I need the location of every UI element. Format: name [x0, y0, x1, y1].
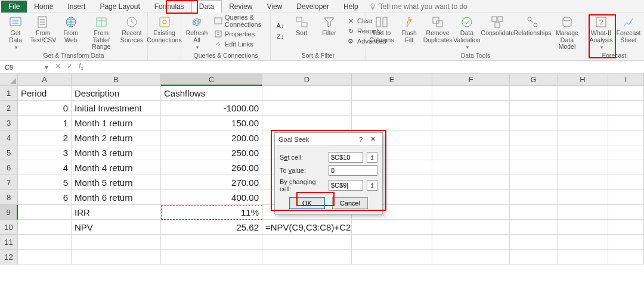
- cell-D12[interactable]: [262, 250, 352, 265]
- cell-H3[interactable]: [558, 116, 608, 130]
- data-validation-button[interactable]: Data Validation: [454, 14, 479, 51]
- cell-H1[interactable]: [558, 86, 608, 101]
- accept-formula-icon[interactable]: ✓: [67, 62, 73, 71]
- consolidate-button[interactable]: Consolidate: [483, 14, 513, 38]
- manage-data-model-button[interactable]: Manage Data Model: [553, 14, 581, 52]
- cell-D11[interactable]: [262, 235, 352, 250]
- cell-C11[interactable]: [161, 235, 262, 250]
- cell-B8[interactable]: Month 6 return: [72, 190, 161, 205]
- tab-pagelayout[interactable]: Page Layout: [92, 1, 147, 13]
- cell-I5[interactable]: [608, 145, 644, 160]
- cell-F10[interactable]: [432, 220, 510, 235]
- from-web-button[interactable]: From Web: [59, 14, 83, 45]
- cell-F9[interactable]: [432, 205, 510, 220]
- cell-G8[interactable]: [510, 190, 558, 205]
- sort-button[interactable]: Sort: [290, 14, 314, 38]
- tab-data[interactable]: Data: [191, 0, 222, 13]
- cell-G5[interactable]: [510, 145, 558, 160]
- queries-connections-button[interactable]: Queries & Connections: [212, 13, 267, 29]
- cell-B7[interactable]: Month 5 return: [72, 175, 161, 190]
- row-header-11[interactable]: 11: [0, 235, 18, 250]
- cell-C10[interactable]: 25.62: [161, 220, 262, 235]
- cell-H12[interactable]: [558, 250, 608, 265]
- name-box[interactable]: C9: [2, 62, 43, 73]
- cell-C8[interactable]: 400.00: [161, 190, 262, 205]
- row-header-5[interactable]: 5: [0, 145, 18, 160]
- cell-H9[interactable]: [558, 205, 608, 220]
- row-header-12[interactable]: 12: [0, 250, 18, 265]
- cell-A10[interactable]: [18, 220, 72, 235]
- cell-G11[interactable]: [510, 235, 558, 250]
- cell-B12[interactable]: [72, 250, 161, 265]
- cell-D2[interactable]: [262, 101, 352, 116]
- tab-home[interactable]: Home: [27, 1, 60, 13]
- sort-asc-button[interactable]: A↓: [274, 21, 286, 30]
- cell-G10[interactable]: [510, 220, 558, 235]
- properties-button[interactable]: Properties: [212, 29, 267, 39]
- from-table-button[interactable]: From Table/ Range: [86, 14, 116, 52]
- cell-E10[interactable]: [352, 220, 432, 235]
- cell-I4[interactable]: [608, 130, 644, 145]
- col-header-D[interactable]: D: [262, 74, 352, 86]
- cell-A11[interactable]: [18, 235, 72, 250]
- cell-G12[interactable]: [510, 250, 558, 265]
- cell-A4[interactable]: 2: [18, 130, 72, 145]
- tab-insert[interactable]: Insert: [60, 1, 92, 13]
- col-header-G[interactable]: G: [510, 74, 558, 86]
- text-to-columns-button[interactable]: Text to Columns: [370, 14, 394, 45]
- recent-sources-button[interactable]: Recent Sources: [120, 14, 144, 45]
- cell-H5[interactable]: [558, 145, 608, 160]
- cell-B6[interactable]: Month 4 return: [72, 160, 161, 175]
- existing-connections-button[interactable]: Existing Connections: [151, 14, 177, 45]
- cell-D1[interactable]: [262, 86, 352, 101]
- changing-cell-input[interactable]: [329, 180, 363, 191]
- cell-I6[interactable]: [608, 160, 644, 175]
- cell-A9[interactable]: [18, 205, 72, 220]
- cell-I3[interactable]: [608, 116, 644, 130]
- tab-review[interactable]: Review: [222, 1, 259, 13]
- cell-I2[interactable]: [608, 101, 644, 116]
- cell-A8[interactable]: 6: [18, 190, 72, 205]
- cell-F1[interactable]: [432, 86, 510, 101]
- cell-G9[interactable]: [510, 205, 558, 220]
- get-data-button[interactable]: Get Data: [4, 14, 27, 51]
- cell-C6[interactable]: 260.00: [161, 160, 262, 175]
- col-header-I[interactable]: I: [608, 74, 644, 86]
- cell-D3[interactable]: [262, 116, 352, 130]
- insert-function-icon[interactable]: fx: [79, 62, 83, 71]
- cell-I12[interactable]: [608, 250, 644, 265]
- set-cell-ref-button[interactable]: ↥: [367, 152, 377, 163]
- cell-C4[interactable]: 200.00: [161, 130, 262, 145]
- cell-B9[interactable]: IRR: [72, 205, 161, 220]
- cell-G4[interactable]: [510, 130, 558, 145]
- cell-A7[interactable]: 5: [18, 175, 72, 190]
- row-header-2[interactable]: 2: [0, 101, 18, 116]
- row-header-4[interactable]: 4: [0, 130, 18, 145]
- cell-G2[interactable]: [510, 101, 558, 116]
- cell-B2[interactable]: Initial Investment: [72, 101, 161, 116]
- cancel-button[interactable]: Cancel: [332, 197, 368, 209]
- refresh-all-button[interactable]: Refresh All: [185, 14, 209, 51]
- cell-F5[interactable]: [432, 145, 510, 160]
- cell-E1[interactable]: [352, 86, 432, 101]
- col-header-C[interactable]: C: [161, 74, 262, 86]
- row-header-10[interactable]: 10: [0, 220, 18, 235]
- row-header-7[interactable]: 7: [0, 175, 18, 190]
- set-cell-input[interactable]: [329, 152, 363, 163]
- cell-I8[interactable]: [608, 190, 644, 205]
- ok-button[interactable]: OK: [289, 197, 325, 209]
- tab-formulas[interactable]: Formulas: [147, 1, 191, 13]
- cell-I10[interactable]: [608, 220, 644, 235]
- cell-F12[interactable]: [432, 250, 510, 265]
- cell-I9[interactable]: [608, 205, 644, 220]
- cell-H8[interactable]: [558, 190, 608, 205]
- cell-A1[interactable]: Period: [18, 86, 72, 101]
- cell-A6[interactable]: 4: [18, 160, 72, 175]
- cell-F11[interactable]: [432, 235, 510, 250]
- cell-H6[interactable]: [558, 160, 608, 175]
- cell-C5[interactable]: 250.00: [161, 145, 262, 160]
- forecast-sheet-button[interactable]: Forecast Sheet: [617, 14, 640, 45]
- cell-F4[interactable]: [432, 130, 510, 145]
- tab-help[interactable]: Help: [336, 1, 366, 13]
- row-header-1[interactable]: 1: [0, 86, 18, 101]
